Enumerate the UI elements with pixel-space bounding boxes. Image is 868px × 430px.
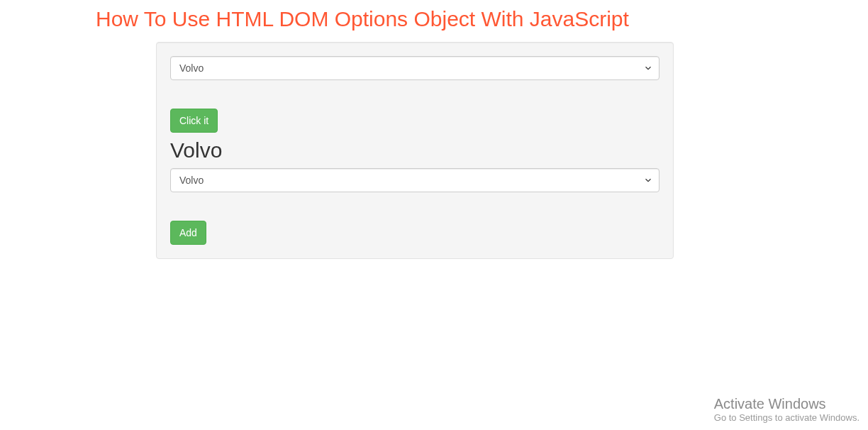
watermark-subtitle: Go to Settings to activate Windows. (714, 412, 859, 423)
click-it-button[interactable]: Click it (170, 109, 218, 133)
page-title: How To Use HTML DOM Options Object With … (96, 7, 868, 31)
car-select-1[interactable]: Volvo (170, 56, 660, 80)
watermark-title: Activate Windows (714, 396, 859, 412)
car-select-2[interactable]: Volvo (170, 168, 660, 192)
add-button[interactable]: Add (170, 221, 206, 245)
windows-activation-watermark: Activate Windows Go to Settings to activ… (714, 396, 859, 423)
result-output: Volvo (170, 138, 660, 162)
form-well: Volvo Click it Volvo Volvo Add (156, 42, 674, 259)
